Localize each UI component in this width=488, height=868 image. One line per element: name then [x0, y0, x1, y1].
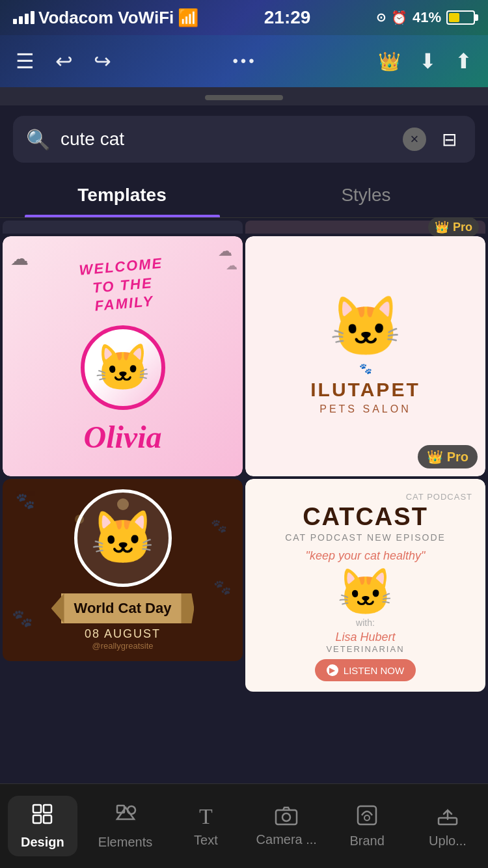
cloud-deco-3: ☁ — [226, 258, 237, 273]
catcast-with-label: with: — [356, 617, 375, 628]
catcast-listen-button[interactable]: ▶ LISTEN NOW — [315, 659, 416, 681]
paw-1: 🐾 — [16, 492, 35, 510]
drag-handle — [0, 87, 488, 105]
svg-point-7 — [282, 813, 290, 821]
download-icon[interactable]: ⬇ — [419, 49, 437, 74]
more-icon[interactable]: ••• — [232, 52, 256, 70]
catcast-side-text: CAT PODCAST — [256, 492, 475, 502]
camera-icon — [275, 805, 298, 828]
nav-camera-label: Camera ... — [256, 832, 317, 847]
svg-rect-3 — [44, 815, 51, 823]
worldcat-date: 08 AUGUST — [85, 627, 161, 641]
catcast-cat-emoji: 🐱 — [337, 569, 394, 615]
ilutapet-pro-badge: 👑 Pro — [418, 445, 478, 468]
nav-camera[interactable]: Camera ... — [254, 805, 319, 847]
main-content: 🔍 cute cat × ⊟ Templates Styles 👑 — [0, 105, 488, 868]
search-container: 🔍 cute cat × ⊟ — [0, 105, 488, 173]
catcast-title: CATCAST — [303, 503, 428, 531]
paw-2: 🐾 — [211, 518, 227, 534]
worldcat-cat-face: 🐱 — [90, 508, 156, 569]
menu-icon[interactable]: ☰ — [16, 49, 34, 74]
battery-icon — [446, 10, 475, 25]
search-clear-button[interactable]: × — [403, 128, 426, 151]
nav-design[interactable]: Design — [8, 796, 77, 856]
paw-3: 🐾 — [12, 608, 33, 629]
nav-upload-label: Uplo... — [429, 834, 467, 848]
paw-4: 🐾 — [213, 579, 231, 596]
undo-icon[interactable]: ↩ — [55, 49, 73, 74]
status-right: ⊙ ⏰ 41% — [376, 9, 475, 26]
battery-label: 41% — [413, 9, 441, 26]
ilutapet-logo-icon: 🐾 — [359, 362, 372, 375]
design-icon — [31, 802, 54, 831]
catcast-host: Lisa Hubert — [335, 631, 395, 644]
cloud-deco-2: ☁ — [218, 243, 232, 260]
wifi-icon: 📶 — [178, 8, 198, 28]
nav-brand[interactable]: Brand — [334, 804, 400, 848]
text-icon: T — [199, 804, 213, 829]
olivia-name: Olivia — [84, 419, 162, 455]
ilutapet-brand-name: ILUTAPET — [310, 379, 420, 401]
crown-icon[interactable]: 👑 — [378, 51, 401, 72]
toolbar-left: ☰ ↩ ↪ — [16, 49, 111, 74]
share-icon[interactable]: ⬆ — [455, 49, 472, 74]
svg-rect-0 — [33, 805, 41, 813]
elements-icon — [114, 802, 137, 831]
nav-design-label: Design — [21, 835, 64, 850]
svg-rect-1 — [44, 805, 51, 813]
catcast-card-inner: CAT PODCAST CATCAST CAT PODCAST NEW EPIS… — [245, 479, 485, 692]
catcast-role: VETERINARIAN — [326, 644, 404, 654]
screen-icon: ⊙ — [376, 10, 386, 25]
upload-icon — [436, 804, 459, 830]
brand-icon — [355, 804, 379, 830]
svg-point-5 — [128, 806, 135, 814]
nav-upload[interactable]: Uplo... — [415, 804, 480, 848]
worldcat-cat-circle: 🐱 — [74, 489, 172, 587]
worldcat-card-inner: 🐾 🐾 🐾 🐾 🐱 World Cat Day 08 AUGUST — [3, 479, 243, 661]
time-display: 21:29 — [264, 7, 311, 28]
pro-badge-top: 👑 Pro — [428, 217, 479, 237]
catcast-play-icon: ▶ — [327, 664, 338, 676]
search-value[interactable]: cute cat — [61, 129, 392, 150]
olivia-cat-face: 🐱 — [94, 345, 151, 390]
toolbar: ☰ ↩ ↪ ••• 👑 ⬇ ⬆ — [0, 35, 488, 87]
search-filter-icon[interactable]: ⊟ — [437, 124, 462, 156]
ilutapet-card-inner: 🐱 🐾 ILUTAPET PETS SALON — [245, 236, 485, 476]
tab-styles[interactable]: Styles — [244, 173, 488, 217]
cloud-deco-1: ☁ — [10, 248, 29, 269]
ilutapet-cat-emoji: 🐱 — [329, 297, 402, 356]
status-bar: Vodacom VoWiFi 📶 21:29 ⊙ ⏰ 41% — [0, 0, 488, 35]
catcast-listen-label: LISTEN NOW — [344, 665, 404, 676]
carrier-label: Vodacom VoWiFi — [38, 8, 174, 28]
search-bar[interactable]: 🔍 cute cat × ⊟ — [13, 116, 475, 163]
svg-rect-2 — [33, 815, 41, 823]
worldcat-title: World Cat Day — [74, 600, 172, 617]
catcast-subtitle: CAT PODCAST NEW EPISODE — [285, 532, 446, 543]
olivia-cat-circle: 🐱 — [81, 325, 165, 410]
svg-rect-6 — [276, 810, 297, 824]
top-partial-row: 👑 Pro — [0, 218, 488, 234]
nav-elements[interactable]: Elements — [93, 802, 158, 850]
bottom-nav: Design Elements T Text Camera ... — [0, 783, 488, 868]
nav-text[interactable]: T Text — [173, 804, 238, 848]
crown-pro-icon: 👑 — [427, 449, 443, 465]
redo-icon[interactable]: ↪ — [94, 49, 111, 74]
ilutapet-subtitle: PETS SALON — [319, 403, 411, 415]
worldcat-banner: World Cat Day — [61, 593, 185, 623]
crown-small-icon: 👑 — [435, 220, 449, 234]
template-olivia[interactable]: ☁ ☁ ☁ WELCOMETO THEFAMILY 🐱 Olivia — [3, 236, 243, 476]
nav-elements-label: Elements — [98, 835, 152, 850]
tab-templates[interactable]: Templates — [0, 173, 244, 217]
nav-brand-label: Brand — [349, 834, 384, 848]
alarm-icon: ⏰ — [391, 10, 407, 25]
nav-text-label: Text — [194, 833, 218, 848]
worldcat-site: @reallygreatsite — [92, 641, 153, 651]
olivia-welcome-text: WELCOMETO THEFAMILY — [79, 254, 167, 318]
olivia-card-inner: ☁ ☁ ☁ WELCOMETO THEFAMILY 🐱 Olivia — [3, 236, 243, 476]
search-icon: 🔍 — [26, 128, 50, 151]
template-card-ilutapet: 🐱 🐾 ILUTAPET PETS SALON 👑 Pro — [245, 236, 485, 476]
signal-icon — [13, 11, 34, 24]
svg-point-9 — [364, 815, 370, 821]
toolbar-right: 👑 ⬇ ⬆ — [378, 49, 472, 74]
template-ilutapet[interactable]: 🐱 🐾 ILUTAPET PETS SALON 👑 Pro — [245, 236, 485, 476]
